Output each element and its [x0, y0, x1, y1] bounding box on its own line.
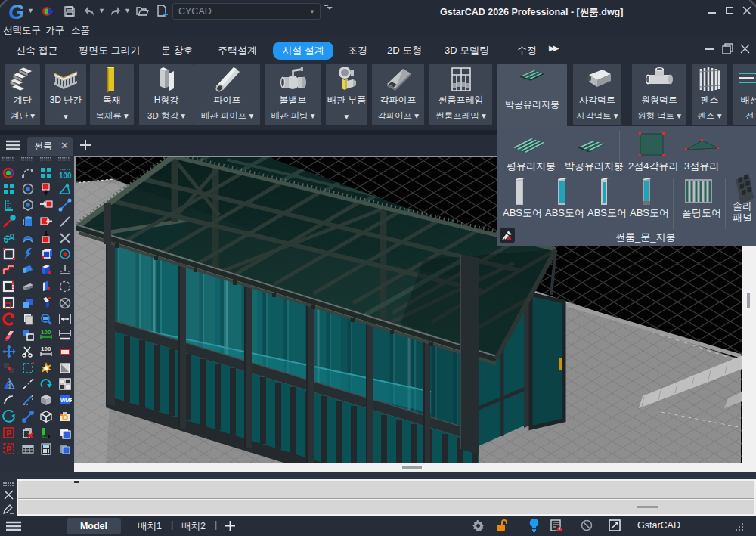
svg-text:WMF: WMF [60, 398, 72, 403]
svg-text:P: P [6, 445, 11, 454]
svg-text:100: 100 [41, 345, 51, 352]
svg-text:100: 100 [59, 172, 72, 180]
svg-text:100: 100 [41, 329, 51, 336]
svg-text:G: G [8, 2, 24, 22]
svg-text:P: P [6, 429, 11, 438]
